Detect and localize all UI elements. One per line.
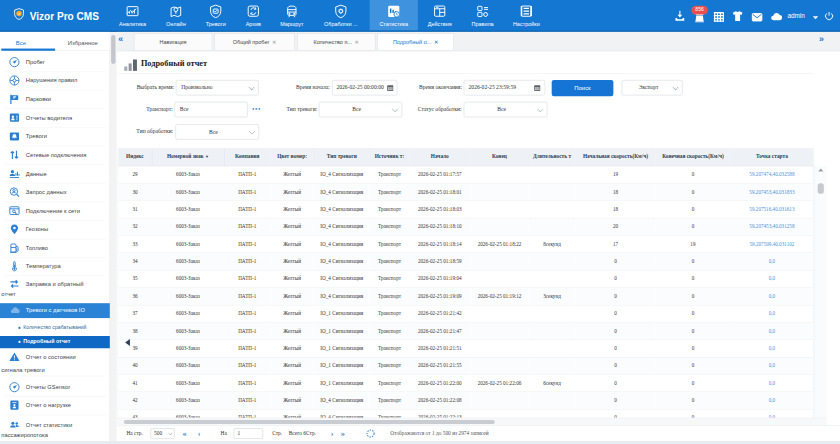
svg-text:P: P xyxy=(13,95,16,100)
